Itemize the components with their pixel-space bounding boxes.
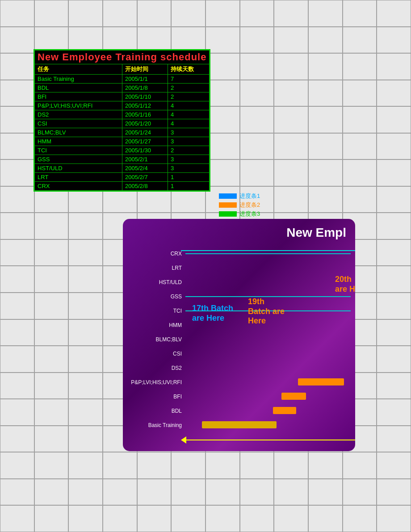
grid-cell [34, 346, 69, 373]
grid-cell [377, 293, 411, 319]
grid-cell [377, 106, 411, 133]
grid-cell [343, 80, 377, 107]
legend-label-2: 进度条2 [239, 201, 260, 209]
gantt-bar-area [185, 404, 351, 418]
cell-days: 2 [168, 84, 210, 92]
grid-cell [0, 133, 34, 160]
gantt-row: P&P;LVI;HIS;UVI;RFI [127, 375, 351, 390]
cell-start: 2005/1/16 [122, 110, 168, 119]
grid-cell [0, 505, 34, 532]
grid-cell [274, 452, 308, 479]
grid-cell [34, 239, 69, 266]
grid-cell [103, 505, 137, 532]
gantt-bar [202, 421, 277, 428]
grid-cell [274, 186, 308, 213]
col-task: 任务 [35, 64, 122, 75]
grid-cell [68, 479, 103, 506]
arrow-line [186, 440, 355, 440]
grid-cell [171, 479, 206, 506]
grid-cell [206, 452, 240, 479]
gantt-bottom-arrow [181, 436, 355, 444]
grid-cell [0, 27, 34, 54]
arrow-head [181, 436, 186, 444]
grid-cell [240, 452, 274, 479]
grid-cell [0, 213, 34, 239]
grid-cell [308, 53, 343, 80]
grid-cell [206, 27, 240, 54]
grid-cell [240, 133, 274, 160]
grid-cell [343, 133, 377, 160]
legend-label-1: 进度条1 [239, 192, 260, 200]
title-row: New Employee Training schedule [35, 50, 210, 64]
cell-days: 2 [168, 92, 210, 101]
grid-cell [377, 186, 411, 213]
grid-cell [274, 80, 308, 107]
table-row: TCI 2005/1/30 2 [35, 146, 210, 155]
grid-cell [68, 0, 103, 27]
cell-start: 2005/1/20 [122, 119, 168, 128]
grid-cell [68, 505, 103, 532]
grid-cell [377, 213, 411, 239]
gantt-bar [281, 393, 306, 400]
grid-cell [343, 186, 377, 213]
grid-cell [0, 186, 34, 213]
grid-cell [0, 0, 34, 27]
table-row: Basic Training 2005/1/1 7 [35, 75, 210, 84]
legend-item-1: 进度条1 [219, 192, 260, 200]
grid-cell [34, 293, 69, 319]
gantt-row-label: DS2 [127, 365, 185, 371]
col-start: 开始时间 [122, 64, 168, 75]
grid-cell [343, 505, 377, 532]
grid-cell [34, 426, 69, 452]
grid-cell [274, 159, 308, 186]
gantt-row: BFI [127, 390, 351, 404]
grid-cell [274, 505, 308, 532]
gantt-bar-area [185, 390, 351, 404]
cell-days: 3 [168, 155, 210, 164]
gantt-row-label: CRX [127, 251, 185, 257]
grid-cell [240, 159, 274, 186]
grid-cell [34, 213, 69, 239]
grid-cell [274, 53, 308, 80]
cell-task: TCI [35, 146, 122, 155]
grid-cell [343, 27, 377, 54]
gantt-bar-area [185, 261, 351, 275]
cell-days: 2 [168, 146, 210, 155]
gantt-row-label: CSI [127, 351, 185, 357]
legend-bar-3 [219, 211, 237, 217]
grid-cell [308, 106, 343, 133]
table-row: DS2 2005/1/16 4 [35, 110, 210, 119]
table-row: LRT 2005/2/7 1 [35, 173, 210, 182]
gantt-row-label: LRT [127, 265, 185, 271]
legend-bar-2 [219, 202, 237, 208]
grid-cell [34, 399, 69, 426]
grid-cell [240, 505, 274, 532]
gantt-row: TCI [127, 304, 351, 318]
col-days: 持续天数 [168, 64, 210, 75]
gantt-bar [273, 407, 296, 414]
cell-days: 3 [168, 128, 210, 137]
cell-start: 2005/1/27 [122, 137, 168, 146]
gantt-bar-area [185, 361, 351, 375]
grid-cell [308, 186, 343, 213]
grid-cell [137, 452, 172, 479]
grid-cell [240, 106, 274, 133]
table-row: BFI 2005/1/10 2 [35, 92, 210, 101]
grid-cell [377, 319, 411, 346]
cell-days: 1 [168, 182, 210, 191]
cell-days: 3 [168, 164, 210, 173]
grid-cell [206, 479, 240, 506]
grid-cell [377, 239, 411, 266]
grid-cell [377, 0, 411, 27]
gantt-row-label: GSS [127, 293, 185, 300]
gantt-row: CSI [127, 347, 351, 361]
grid-cell [377, 426, 411, 452]
grid-cell [343, 0, 377, 27]
grid-cell [274, 133, 308, 160]
cell-start: 2005/2/1 [122, 155, 168, 164]
grid-cell [274, 106, 308, 133]
grid-cell [68, 346, 103, 373]
grid-cell [274, 479, 308, 506]
cell-days: 7 [168, 75, 210, 84]
grid-cell [206, 159, 240, 186]
